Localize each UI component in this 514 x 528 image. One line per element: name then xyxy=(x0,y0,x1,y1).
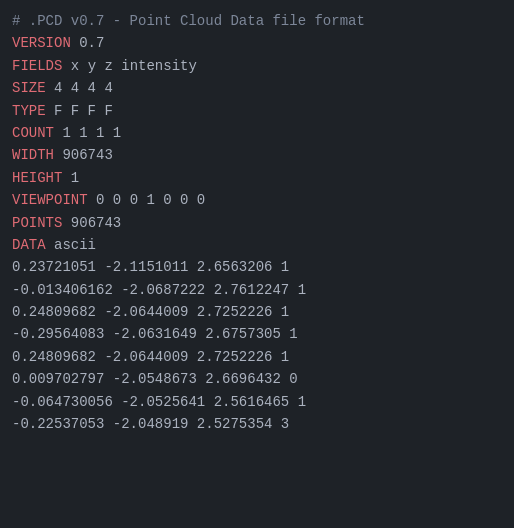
code-line-17: -0.064730056 -2.0525641 2.5616465 1 xyxy=(12,391,502,413)
code-line-16: 0.009702797 -2.0548673 2.6696432 0 xyxy=(12,368,502,390)
code-line-6: WIDTH 906743 xyxy=(12,144,502,166)
keyword-9: POINTS xyxy=(12,215,62,231)
code-line-12: -0.013406162 -2.0687222 2.7612247 1 xyxy=(12,279,502,301)
value-9: 906743 xyxy=(62,215,121,231)
code-line-18: -0.22537053 -2.048919 2.5275354 3 xyxy=(12,413,502,435)
value-1: 0.7 xyxy=(71,35,105,51)
code-line-2: FIELDS x y z intensity xyxy=(12,55,502,77)
keyword-1: VERSION xyxy=(12,35,71,51)
keyword-4: TYPE xyxy=(12,103,46,119)
keyword-2: FIELDS xyxy=(12,58,62,74)
value-2: x y z intensity xyxy=(62,58,196,74)
code-line-14: -0.29564083 -2.0631649 2.6757305 1 xyxy=(12,323,502,345)
value-3: 4 4 4 4 xyxy=(46,80,113,96)
code-line-15: 0.24809682 -2.0644009 2.7252226 1 xyxy=(12,346,502,368)
value-5: 1 1 1 1 xyxy=(54,125,121,141)
value-7: 1 xyxy=(62,170,79,186)
code-line-7: HEIGHT 1 xyxy=(12,167,502,189)
code-line-3: SIZE 4 4 4 4 xyxy=(12,77,502,99)
keyword-10: DATA xyxy=(12,237,46,253)
code-line-9: POINTS 906743 xyxy=(12,212,502,234)
code-line-11: 0.23721051 -2.1151011 2.6563206 1 xyxy=(12,256,502,278)
value-6: 906743 xyxy=(54,147,113,163)
code-line-10: DATA ascii xyxy=(12,234,502,256)
keyword-7: HEIGHT xyxy=(12,170,62,186)
code-line-0: # .PCD v0.7 - Point Cloud Data file form… xyxy=(12,10,502,32)
code-line-8: VIEWPOINT 0 0 0 1 0 0 0 xyxy=(12,189,502,211)
code-line-1: VERSION 0.7 xyxy=(12,32,502,54)
code-line-5: COUNT 1 1 1 1 xyxy=(12,122,502,144)
value-8: 0 0 0 1 0 0 0 xyxy=(88,192,206,208)
code-line-13: 0.24809682 -2.0644009 2.7252226 1 xyxy=(12,301,502,323)
keyword-6: WIDTH xyxy=(12,147,54,163)
code-viewer: # .PCD v0.7 - Point Cloud Data file form… xyxy=(0,0,514,528)
keyword-8: VIEWPOINT xyxy=(12,192,88,208)
value-10: ascii xyxy=(46,237,96,253)
keyword-5: COUNT xyxy=(12,125,54,141)
keyword-3: SIZE xyxy=(12,80,46,96)
value-4: F F F F xyxy=(46,103,113,119)
code-line-4: TYPE F F F F xyxy=(12,100,502,122)
